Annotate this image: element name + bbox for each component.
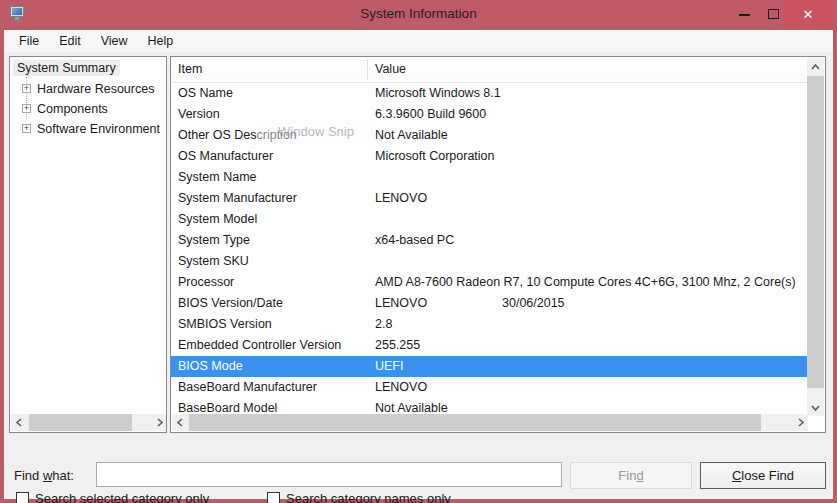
tree-item-software-environment[interactable]: +Software Environment <box>10 119 166 139</box>
menu-item-file[interactable]: File <box>9 32 49 51</box>
tree-children: +Hardware Resources+Components+Software … <box>10 79 166 139</box>
search-selected-category-option[interactable]: Search selected category only <box>16 491 209 503</box>
expand-icon[interactable]: + <box>22 124 31 133</box>
row-item-label: SMBIOS Version <box>178 314 272 335</box>
tree-item-label: Components <box>37 99 108 119</box>
list-header[interactable]: Item Value <box>171 57 807 83</box>
category-tree-panel: System Summary +Hardware Resources+Compo… <box>9 56 167 433</box>
tree-item-system-summary[interactable]: System Summary <box>13 60 120 76</box>
minimize-button[interactable] <box>730 0 758 29</box>
checkbox-label: Search selected category only <box>35 491 209 503</box>
row-item-label: BaseBoard Manufacturer <box>178 377 317 398</box>
column-header-item[interactable]: Item <box>178 62 202 76</box>
table-row[interactable]: BIOS ModeUEFI <box>171 356 807 377</box>
find-button[interactable]: Find <box>570 462 692 489</box>
table-row[interactable]: Embedded Controller Version255.255 <box>171 335 807 356</box>
row-item-label: System SKU <box>178 251 249 272</box>
table-row[interactable]: System ManufacturerLENOVO <box>171 188 807 209</box>
table-row[interactable]: BaseBoard ManufacturerLENOVO <box>171 377 807 398</box>
table-row[interactable]: OS NameMicrosoft Windows 8.1 <box>171 83 807 104</box>
details-list-panel: Item Value OS NameMicrosoft Windows 8.1V… <box>170 56 826 433</box>
row-item-label: Version <box>178 104 220 125</box>
row-item-label: BIOS Mode <box>178 356 243 377</box>
close-button[interactable]: ✕ <box>783 0 833 29</box>
expand-icon[interactable]: + <box>22 84 31 93</box>
row-value: Microsoft Windows 8.1 <box>375 83 807 104</box>
checkbox-label: Search category names only <box>286 491 451 503</box>
maximize-icon <box>768 9 779 19</box>
column-header-value[interactable]: Value <box>375 62 406 76</box>
row-item-label: System Manufacturer <box>178 188 297 209</box>
row-item-label: OS Manufacturer <box>178 146 273 167</box>
close-find-button[interactable]: Close Find <box>700 462 826 489</box>
row-value: 255.255 <box>375 335 807 356</box>
row-value: x64-based PC <box>375 230 807 251</box>
scroll-left-icon[interactable] <box>11 414 26 431</box>
row-item-label: System Type <box>178 230 250 251</box>
column-divider[interactable] <box>367 60 368 80</box>
list-horizontal-scrollbar[interactable] <box>172 414 808 431</box>
row-value: Not Available <box>375 125 807 146</box>
menubar: FileEditViewHelp <box>4 30 833 52</box>
row-value: LENOVO <box>375 377 807 398</box>
scrollbar-thumb[interactable] <box>807 76 824 388</box>
scroll-down-icon[interactable] <box>807 399 824 416</box>
row-item-label: Embedded Controller Version <box>178 335 341 356</box>
table-row[interactable]: SMBIOS Version2.8 <box>171 314 807 335</box>
tree-item-label: Hardware Resources <box>37 79 154 99</box>
menu-item-view[interactable]: View <box>91 32 138 51</box>
row-item-label: Processor <box>178 272 234 293</box>
window-snip-ghost: Window Snip <box>257 120 375 144</box>
table-row[interactable]: ProcessorAMD A8-7600 Radeon R7, 10 Compu… <box>171 272 807 293</box>
row-value: 6.3.9600 Build 9600 <box>375 104 807 125</box>
row-item-label: System Name <box>178 167 257 188</box>
row-value: UEFI <box>375 356 807 377</box>
row-value: AMD A8-7600 Radeon R7, 10 Compute Cores … <box>375 272 807 293</box>
table-row[interactable]: BIOS Version/DateLENOVO30/06/2015 <box>171 293 807 314</box>
find-what-label: Find what: <box>14 468 74 483</box>
scrollbar-thumb[interactable] <box>29 414 132 431</box>
tree-item-components[interactable]: +Components <box>10 99 166 119</box>
scrollbar-thumb[interactable] <box>189 414 761 431</box>
table-row[interactable]: System Typex64-based PC <box>171 230 807 251</box>
table-row[interactable]: System Name <box>171 167 807 188</box>
expand-icon[interactable]: + <box>22 104 31 113</box>
search-category-names-option[interactable]: Search category names only <box>267 491 451 503</box>
find-input[interactable] <box>96 462 562 487</box>
window-title: System Information <box>0 6 837 21</box>
checkbox-icon[interactable] <box>16 492 29 503</box>
system-information-window: System Information ✕ FileEditViewHelp Sy… <box>0 0 837 503</box>
row-item-label: System Model <box>178 209 257 230</box>
scroll-left-icon[interactable] <box>172 414 187 431</box>
menu-item-help[interactable]: Help <box>138 32 184 51</box>
row-value-extra: 30/06/2015 <box>502 293 565 314</box>
table-row[interactable]: System Model <box>171 209 807 230</box>
row-value: Microsoft Corporation <box>375 146 807 167</box>
menu-item-edit[interactable]: Edit <box>49 32 91 51</box>
tree-item-hardware-resources[interactable]: +Hardware Resources <box>10 79 166 99</box>
tree-horizontal-scrollbar[interactable] <box>11 414 167 431</box>
row-item-label: BIOS Version/Date <box>178 293 283 314</box>
row-value: LENOVO <box>375 188 807 209</box>
row-item-label: OS Name <box>178 83 233 104</box>
scroll-right-icon[interactable] <box>152 414 167 431</box>
row-value: LENOVO <box>375 293 807 314</box>
scroll-right-icon[interactable] <box>793 414 808 431</box>
close-icon: ✕ <box>783 7 833 22</box>
row-value: 2.8 <box>375 314 807 335</box>
table-row[interactable]: System SKU <box>171 251 807 272</box>
minimize-icon <box>739 14 750 16</box>
table-row[interactable]: OS ManufacturerMicrosoft Corporation <box>171 146 807 167</box>
search-options-row: Search selected category only Search cat… <box>4 491 833 503</box>
scroll-up-icon[interactable] <box>807 58 824 75</box>
client-area: System Summary +Hardware Resources+Compo… <box>4 52 833 499</box>
list-vertical-scrollbar[interactable] <box>807 58 824 416</box>
checkbox-icon[interactable] <box>267 492 280 503</box>
titlebar[interactable]: System Information ✕ <box>0 0 837 30</box>
tree-item-label: Software Environment <box>37 119 160 139</box>
